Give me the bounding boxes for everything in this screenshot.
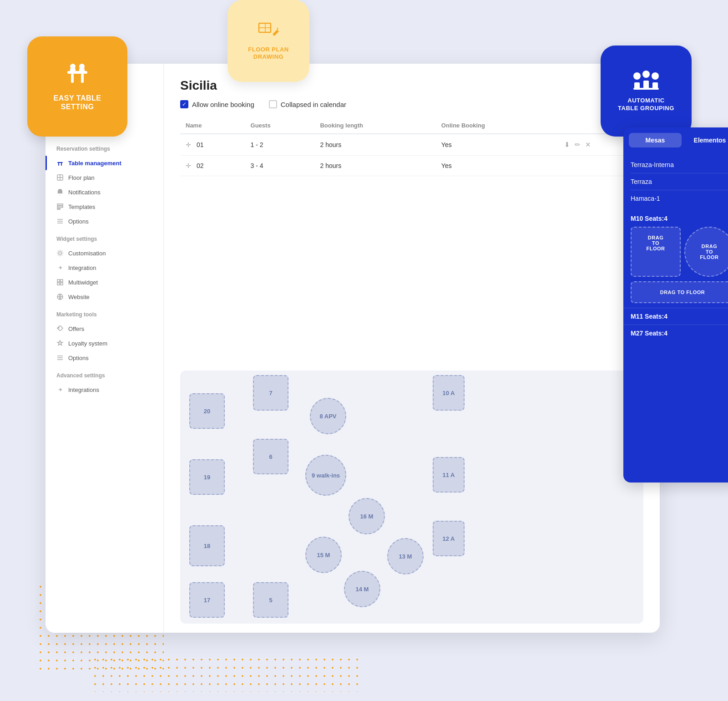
section-m11[interactable]: M11 Seats:4 ∨ (623, 308, 728, 325)
app-window: Restaurant settings Restaurant profile O… (46, 64, 660, 633)
fp-table-5[interactable]: 5 (253, 582, 288, 618)
fp-table-15m[interactable]: 15 M (305, 537, 342, 573)
badge-easy-table[interactable]: EASY TABLE SETTING (27, 36, 127, 137)
floor-plan-label: FLOOR PLAN DRAWING (248, 46, 289, 60)
row1-edit-icon[interactable]: ✏ (575, 141, 581, 149)
sidebar-item-options2[interactable]: Options (46, 350, 163, 365)
sidebar-item-integration[interactable]: Integration (46, 260, 163, 275)
checkbox-booking-box[interactable]: ✓ (180, 100, 188, 108)
section-m10[interactable]: M10 Seats:4 ∧ (623, 210, 728, 227)
section-marketing: Marketing tools (46, 304, 163, 321)
list-item-hamaca[interactable]: Hamaca-1 (631, 190, 728, 207)
list-item-terraza-interna[interactable]: Terraza-Interna (631, 157, 728, 173)
data-table: Name Guests Booking length Online Bookin… (180, 117, 643, 176)
easy-table-label: EASY TABLE SETTING (54, 94, 101, 111)
svg-rect-23 (61, 163, 62, 166)
checkbox-collapsed[interactable]: Collapsed in calendar (269, 100, 346, 108)
fp-table-17[interactable]: 17 (189, 582, 225, 618)
dot-pattern-bottom (91, 655, 364, 692)
fp-table-14m[interactable]: 14 M (344, 571, 380, 607)
sidebar-label-table-management: Table management (68, 160, 121, 167)
main-content: Sicilia ✓ Allow online booking Collapsed… (164, 64, 660, 633)
section-m11-label: M11 Seats:4 (631, 313, 667, 320)
row2-guests: 3 - 4 (245, 156, 315, 176)
svg-rect-17 (633, 88, 659, 90)
drag-box-circle-1[interactable]: DRAGTOFLOOR (684, 227, 728, 277)
svg-point-13 (652, 72, 659, 80)
sidebar: Restaurant settings Restaurant profile O… (46, 64, 164, 633)
fp-table-9walkIns[interactable]: 9 walk-ins (305, 455, 346, 496)
row1-download-icon[interactable]: ⬇ (564, 141, 570, 149)
sidebar-item-loyalty[interactable]: Loyalty system (46, 336, 163, 350)
svg-rect-1 (71, 74, 74, 83)
svg-rect-37 (61, 283, 63, 285)
fp-table-7[interactable]: 7 (253, 375, 288, 411)
panel-list: Terraza-Interna Terraza Hamaca-1 (623, 153, 728, 210)
row1-guests: 1 - 2 (245, 134, 315, 156)
svg-line-10 (277, 28, 278, 30)
checkboxes-row: ✓ Allow online booking Collapsed in cale… (180, 100, 643, 108)
section-m27[interactable]: M27 Seats:4 ∨ (623, 325, 728, 341)
badge-floor-plan[interactable]: FLOOR PLAN DRAWING (228, 0, 309, 82)
fp-table-19[interactable]: 19 (189, 459, 225, 495)
fp-table-11a[interactable]: 11 A (433, 457, 465, 493)
sidebar-item-notifications[interactable]: Notifications (46, 185, 163, 199)
svg-rect-8 (259, 28, 271, 32)
col-online-booking: Online Booking (436, 117, 559, 134)
row2-name-value: 02 (197, 162, 204, 169)
fp-table-13m[interactable]: 13 M (387, 538, 424, 574)
easy-table-icon (64, 62, 91, 91)
tab-mesas[interactable]: Mesas (629, 133, 682, 147)
sidebar-item-customisation[interactable]: Customisation (46, 246, 163, 260)
right-panel: Mesas Elementos Terraza-Interna Terraza … (623, 127, 728, 483)
sidebar-item-integrations[interactable]: Integrations (46, 382, 163, 397)
badge-auto-table[interactable]: AUTOMATIC TABLE GROUPING (601, 46, 692, 137)
panel-tabs: Mesas Elementos (623, 127, 728, 153)
section-m27-label: M27 Seats:4 (631, 330, 667, 337)
list-item-terraza[interactable]: Terraza (631, 173, 728, 190)
fp-table-20[interactable]: 20 (189, 393, 225, 429)
drag-handle-1[interactable]: ✛ (186, 141, 191, 148)
drag-box-wide[interactable]: DRAG TO FLOOR (631, 281, 728, 303)
svg-rect-6 (79, 68, 85, 72)
sidebar-item-offers[interactable]: Offers (46, 321, 163, 336)
sidebar-label-customisation: Customisation (68, 250, 106, 257)
table-row: ✛ 01 1 - 2 2 hours Yes ⬇ ✏ ✕ (180, 134, 643, 156)
fp-table-16m[interactable]: 16 M (349, 498, 385, 534)
svg-point-39 (58, 327, 59, 328)
svg-rect-21 (57, 162, 63, 163)
sidebar-label-options: Options (68, 218, 89, 225)
sidebar-label-options2: Options (68, 355, 89, 361)
sidebar-item-website[interactable]: Website (46, 290, 163, 304)
svg-rect-29 (57, 208, 60, 209)
fp-table-8apv[interactable]: 8 APV (310, 398, 346, 434)
svg-rect-36 (57, 283, 60, 285)
row2-name: ✛ 02 (180, 156, 245, 176)
svg-rect-35 (61, 279, 63, 282)
sidebar-item-table-management[interactable]: Table management (46, 156, 163, 170)
sidebar-item-templates[interactable]: Templates (46, 199, 163, 214)
svg-rect-2 (81, 74, 84, 83)
row1-delete-icon[interactable]: ✕ (585, 141, 591, 149)
floor-plan-area: 20 19 18 17 7 6 5 8 APV 9 walk-ins 16 M … (180, 371, 643, 624)
svg-rect-28 (57, 206, 63, 208)
panel-drag-area: DRAGTOFLOOR DRAGTOFLOOR (623, 227, 728, 281)
auto-table-icon (632, 70, 661, 93)
sidebar-label-integrations: Integrations (68, 386, 99, 393)
drag-handle-2[interactable]: ✛ (186, 162, 191, 169)
sidebar-item-multiwidget[interactable]: Multiwidget (46, 275, 163, 290)
floor-plan-icon (257, 21, 280, 43)
fp-table-18[interactable]: 18 (189, 525, 225, 566)
drag-box-rect-1[interactable]: DRAGTOFLOOR (631, 227, 681, 277)
sidebar-item-floor-plan[interactable]: Floor plan (46, 170, 163, 185)
checkbox-collapsed-box[interactable] (269, 100, 277, 108)
row1-name: ✛ 01 (180, 134, 245, 156)
sidebar-item-options[interactable]: Options (46, 214, 163, 229)
auto-table-label: AUTOMATIC TABLE GROUPING (618, 97, 674, 112)
fp-table-6[interactable]: 6 (253, 439, 288, 474)
sidebar-label-templates: Templates (68, 203, 95, 210)
tab-elementos[interactable]: Elementos (683, 133, 728, 147)
fp-table-12a[interactable]: 12 A (433, 521, 465, 556)
fp-table-10a[interactable]: 10 A (433, 375, 465, 411)
checkbox-booking[interactable]: ✓ Allow online booking (180, 100, 254, 108)
